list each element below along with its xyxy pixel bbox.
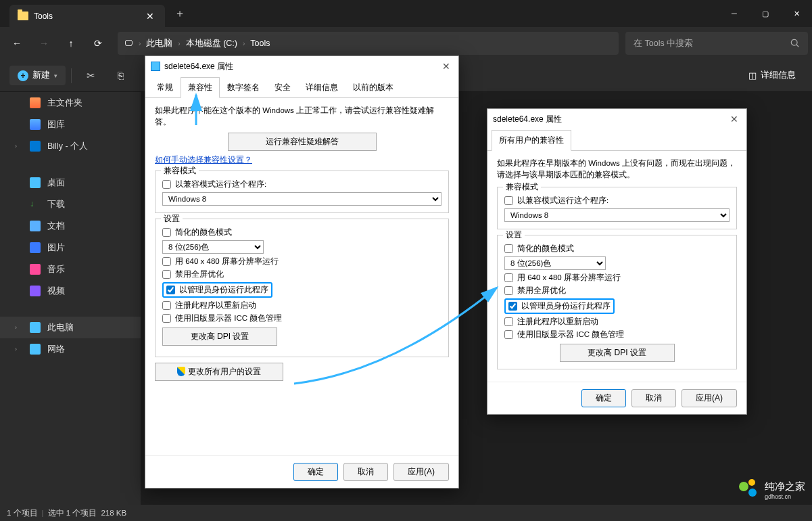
lowres-checkbox[interactable]: 用 640 x 480 屏幕分辨率运行 bbox=[162, 256, 441, 267]
close-window-button[interactable]: ✕ bbox=[781, 0, 812, 27]
close-icon[interactable]: ✕ bbox=[439, 61, 453, 72]
dialog-titlebar: sdelete64.exe 属性 ✕ bbox=[487, 109, 746, 129]
disable-fullscreen-checkbox[interactable]: 禁用全屏优化 bbox=[162, 269, 441, 279]
tab-details[interactable]: 详细信息 bbox=[298, 77, 345, 98]
window-tab[interactable]: Tools ✕ bbox=[9, 5, 165, 27]
compat-mode-select[interactable]: Windows 8 bbox=[162, 192, 441, 206]
selection-size: 218 KB bbox=[101, 509, 126, 517]
compat-mode-select[interactable]: Windows 8 bbox=[504, 208, 730, 222]
reduced-color-checkbox[interactable]: 简化的颜色模式 bbox=[162, 227, 441, 237]
run-as-admin-checkbox[interactable]: 以管理员身份运行此程序 bbox=[508, 301, 611, 311]
details-pane-button[interactable]: ◫ 详细信息 bbox=[742, 66, 803, 85]
chevron-down-icon: ▾ bbox=[54, 72, 57, 79]
tab-general[interactable]: 常规 bbox=[149, 77, 181, 98]
chevron-right-icon: › bbox=[15, 143, 17, 150]
settings-group: 设置 简化的颜色模式 8 位(256)色 用 640 x 480 屏幕分辨率运行… bbox=[155, 219, 449, 357]
crumb-folder[interactable]: Tools bbox=[250, 39, 270, 48]
sidebar-item-thispc[interactable]: ›此电脑 bbox=[0, 317, 141, 338]
compat-mode-checkbox[interactable]: 以兼容模式运行这个程序: bbox=[504, 196, 730, 206]
forward-button[interactable]: → bbox=[31, 31, 57, 55]
tab-prev[interactable]: 以前的版本 bbox=[345, 77, 401, 98]
cut-button[interactable]: ✂ bbox=[77, 64, 104, 88]
shield-icon bbox=[177, 367, 185, 376]
crumb-drive[interactable]: 本地磁盘 (C:) bbox=[186, 38, 237, 49]
sidebar: 主文件夹 图库 ›Billy - 个人 桌面 ↓下载 文档 图片 音乐 视频 ›… bbox=[0, 92, 141, 505]
chevron-right-icon: › bbox=[243, 40, 245, 47]
sidebar-item-network[interactable]: ›网络 bbox=[0, 338, 141, 360]
troubleshoot-button[interactable]: 运行兼容性疑难解答 bbox=[228, 133, 377, 151]
up-button[interactable]: ↑ bbox=[58, 31, 84, 55]
register-restart-checkbox[interactable]: 注册此程序以重新启动 bbox=[504, 317, 730, 327]
sidebar-item-videos[interactable]: 视频 bbox=[0, 280, 141, 302]
tab-compat[interactable]: 兼容性 bbox=[181, 77, 220, 98]
gallery-icon bbox=[30, 119, 41, 130]
new-button[interactable]: + 新建 ▾ bbox=[9, 66, 66, 85]
panel-icon: ◫ bbox=[748, 70, 757, 81]
back-button[interactable]: ← bbox=[4, 31, 30, 55]
sidebar-item-home[interactable]: 主文件夹 bbox=[0, 92, 141, 114]
apply-button[interactable]: 应用(A) bbox=[393, 463, 449, 481]
breadcrumb[interactable]: 🖵 › 此电脑 › 本地磁盘 (C:) › Tools bbox=[118, 32, 619, 55]
watermark-logo-icon bbox=[739, 479, 761, 501]
tab-allusers-compat[interactable]: 所有用户的兼容性 bbox=[492, 130, 571, 151]
sidebar-item-pictures[interactable]: 图片 bbox=[0, 237, 141, 258]
sidebar-item-downloads[interactable]: ↓下载 bbox=[0, 194, 141, 215]
properties-dialog-allusers: sdelete64.exe 属性 ✕ 所有用户的兼容性 如果此程序在早期版本的 … bbox=[487, 108, 747, 415]
toolbar: ← → ↑ ⟳ 🖵 › 此电脑 › 本地磁盘 (C:) › Tools 在 To… bbox=[0, 27, 812, 60]
close-icon[interactable]: ✕ bbox=[727, 114, 741, 124]
sidebar-item-music[interactable]: 音乐 bbox=[0, 258, 141, 280]
selected-count: 选中 1 个项目 bbox=[48, 508, 97, 518]
search-icon bbox=[790, 39, 800, 48]
chevron-right-icon: › bbox=[178, 40, 180, 47]
color-mode-select[interactable]: 8 位(256)色 bbox=[162, 240, 264, 254]
sidebar-item-onedrive[interactable]: ›Billy - 个人 bbox=[0, 135, 141, 157]
compat-mode-group: 兼容模式 以兼容模式运行这个程序: Windows 8 bbox=[497, 187, 737, 229]
sidebar-item-gallery[interactable]: 图库 bbox=[0, 114, 141, 135]
onedrive-icon bbox=[30, 141, 41, 152]
tab-title: Tools bbox=[34, 12, 138, 21]
maximize-button[interactable]: ▢ bbox=[750, 0, 781, 27]
copy-button[interactable]: ⎘ bbox=[107, 64, 134, 88]
folder-icon bbox=[18, 12, 28, 20]
app-icon bbox=[151, 62, 160, 71]
legacy-icc-checkbox[interactable]: 使用旧版显示器 ICC 颜色管理 bbox=[162, 313, 441, 323]
tab-sig[interactable]: 数字签名 bbox=[220, 77, 267, 98]
cancel-button[interactable]: 取消 bbox=[631, 389, 676, 407]
legacy-icc-checkbox[interactable]: 使用旧版显示器 ICC 颜色管理 bbox=[504, 330, 730, 340]
search-input[interactable]: 在 Tools 中搜索 bbox=[625, 32, 808, 55]
video-icon bbox=[30, 286, 41, 296]
home-icon bbox=[30, 97, 41, 108]
new-tab-button[interactable]: ＋ bbox=[165, 7, 195, 21]
ok-button[interactable]: 确定 bbox=[293, 463, 338, 481]
apply-button[interactable]: 应用(A) bbox=[682, 389, 737, 407]
change-dpi-button[interactable]: 更改高 DPI 设置 bbox=[162, 327, 277, 346]
monitor-icon: 🖵 bbox=[124, 39, 133, 48]
minimize-button[interactable]: ─ bbox=[719, 0, 750, 27]
compat-mode-checkbox[interactable]: 以兼容模式运行这个程序: bbox=[162, 179, 441, 189]
refresh-button[interactable]: ⟳ bbox=[85, 31, 111, 55]
manual-settings-link[interactable]: 如何手动选择兼容性设置？ bbox=[155, 156, 252, 164]
dialog-titlebar: sdelete64.exe 属性 ✕ bbox=[145, 56, 458, 76]
change-dpi-button[interactable]: 更改高 DPI 设置 bbox=[560, 344, 675, 362]
dialog-tabs: 常规 兼容性 数字签名 安全 详细信息 以前的版本 bbox=[145, 76, 458, 98]
ok-button[interactable]: 确定 bbox=[581, 389, 626, 407]
download-icon: ↓ bbox=[30, 199, 41, 210]
properties-dialog-compat: sdelete64.exe 属性 ✕ 常规 兼容性 数字签名 安全 详细信息 以… bbox=[145, 55, 459, 489]
color-mode-select[interactable]: 8 位(256)色 bbox=[504, 256, 606, 270]
crumb-pc[interactable]: 此电脑 bbox=[146, 38, 172, 49]
sidebar-item-desktop[interactable]: 桌面 bbox=[0, 172, 141, 194]
register-restart-checkbox[interactable]: 注册此程序以重新启动 bbox=[162, 300, 441, 311]
settings-group: 设置 简化的颜色模式 8 位(256)色 用 640 x 480 屏幕分辨率运行… bbox=[497, 235, 737, 369]
sidebar-item-documents[interactable]: 文档 bbox=[0, 215, 141, 237]
cancel-button[interactable]: 取消 bbox=[343, 463, 388, 481]
change-all-users-button[interactable]: 更改所有用户的设置 bbox=[155, 363, 283, 381]
run-as-admin-checkbox[interactable]: 以管理员身份运行此程序 bbox=[166, 285, 268, 295]
close-tab-icon[interactable]: ✕ bbox=[143, 11, 157, 22]
item-count: 1 个项目 bbox=[7, 508, 38, 518]
disable-fullscreen-checkbox[interactable]: 禁用全屏优化 bbox=[504, 286, 730, 296]
network-icon bbox=[30, 344, 41, 355]
tab-security[interactable]: 安全 bbox=[267, 77, 298, 98]
reduced-color-checkbox[interactable]: 简化的颜色模式 bbox=[504, 244, 730, 254]
lowres-checkbox[interactable]: 用 640 x 480 屏幕分辨率运行 bbox=[504, 273, 730, 283]
music-icon bbox=[30, 264, 41, 275]
